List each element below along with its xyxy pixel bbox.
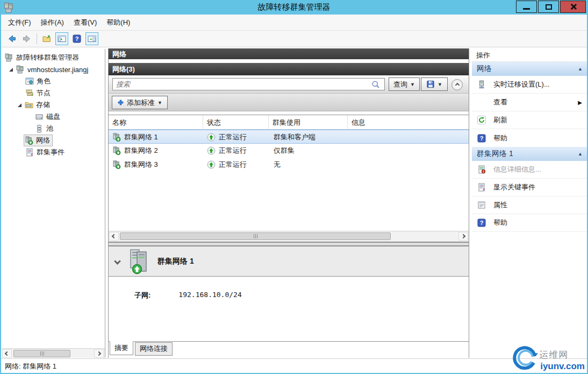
forward-arrow-icon — [23, 34, 31, 43]
menu-action[interactable]: 操作(A) — [36, 16, 69, 30]
results-pane: 网络 网络(3) 查询 ▼ ▼ 添加标准 ▼ 名称 状态 群集使用 信息 群集 — [108, 48, 469, 358]
watermark-domain: iyunv.com — [539, 361, 587, 372]
plus-icon — [117, 99, 124, 106]
tree-item-root[interactable]: 故障转移群集管理器 — [2, 52, 105, 63]
network-icon — [112, 133, 121, 142]
column-header-cluster-use[interactable]: 群集使用 — [269, 115, 348, 130]
help-icon — [477, 134, 486, 143]
live-migration-icon — [477, 80, 486, 89]
action-pane-toggle-button[interactable] — [85, 32, 98, 45]
tree-item-cluster[interactable]: vmhostcluster.jiangj — [2, 63, 105, 75]
action-help[interactable]: 帮助 — [472, 214, 587, 232]
pane-splitter[interactable] — [109, 242, 469, 246]
minimize-button[interactable] — [516, 1, 537, 13]
action-information-details[interactable]: 信息详细信息... — [472, 161, 587, 179]
menu-view[interactable]: 查看(V) — [69, 16, 102, 30]
action-help[interactable]: 帮助 — [472, 129, 587, 147]
tree-item-pools[interactable]: 池 — [2, 123, 105, 135]
menu-help[interactable]: 帮助(H) — [102, 16, 135, 30]
save-icon — [426, 80, 435, 88]
pool-icon — [35, 124, 44, 133]
table-row[interactable]: 群集网络 3 正常运行 无 — [109, 158, 469, 172]
help-icon — [73, 34, 81, 43]
collapse-section-icon[interactable]: ▲ — [578, 66, 583, 72]
collapse-section-icon[interactable]: ▲ — [578, 151, 583, 157]
status-up-icon — [207, 133, 216, 142]
scrollbar-thumb[interactable] — [13, 350, 70, 357]
list-horizontal-scrollbar[interactable] — [109, 231, 469, 242]
console-tree-icon — [58, 34, 66, 43]
chevron-up-icon — [455, 82, 459, 87]
tab-summary[interactable]: 摘要 — [110, 341, 133, 355]
expander-icon[interactable] — [9, 68, 13, 72]
maximize-icon — [546, 4, 552, 10]
close-button[interactable] — [560, 1, 586, 13]
info-details-icon — [477, 165, 486, 174]
table-row[interactable]: 群集网络 2 正常运行 仅群集 — [109, 144, 469, 158]
status-up-icon — [207, 160, 216, 169]
column-header-status[interactable]: 状态 — [203, 115, 269, 130]
action-show-critical-events[interactable]: 显示关键事件 — [472, 179, 587, 196]
collapse-search-button[interactable] — [451, 79, 463, 90]
tree-item-disks[interactable]: 磁盘 — [2, 111, 105, 123]
tree-item-nodes[interactable]: 节点 — [2, 87, 105, 99]
search-input[interactable] — [112, 78, 385, 90]
network-icon — [25, 136, 33, 145]
tree-item-storage[interactable]: 存储 — [2, 99, 105, 111]
chevron-down-icon[interactable] — [114, 258, 121, 265]
refresh-icon — [477, 116, 486, 124]
tree-item-networks[interactable]: 网络 — [2, 135, 105, 146]
help-button[interactable] — [70, 32, 83, 45]
menubar: 文件(F) 操作(A) 查看(V) 帮助(H) — [1, 15, 587, 31]
actions-section-networks[interactable]: 网络 ▲ — [472, 62, 587, 76]
export-list-button[interactable] — [40, 32, 53, 45]
network-icon — [112, 146, 121, 155]
maximize-button[interactable] — [538, 1, 559, 13]
watermark-name: 运维网 — [539, 349, 568, 361]
console-tree-toggle-button[interactable] — [55, 32, 68, 45]
titlebar: 故障转移群集管理器 — [0, 0, 588, 15]
tree-item-cluster-events[interactable]: 群集事件 — [2, 146, 105, 158]
search-icon — [371, 80, 380, 89]
back-button[interactable] — [5, 32, 18, 45]
nodes-icon — [25, 89, 34, 97]
scrollbar-thumb[interactable] — [120, 232, 391, 240]
dropdown-arrow-icon: ▼ — [438, 82, 442, 87]
submenu-arrow-icon: ▶ — [578, 100, 582, 105]
scroll-right-arrow[interactable] — [458, 232, 468, 241]
tree-item-roles[interactable]: 角色 — [2, 75, 105, 87]
action-view[interactable]: 查看 ▶ — [472, 94, 587, 111]
detail-header: 群集网络 1 — [109, 246, 469, 277]
scroll-right-arrow[interactable] — [94, 349, 104, 358]
roles-icon — [25, 77, 34, 86]
tree-horizontal-scrollbar[interactable] — [2, 348, 105, 358]
action-live-migration-settings[interactable]: 实时迁移设置(L)... — [472, 76, 587, 94]
folder-export-icon — [42, 34, 51, 43]
add-criteria-button[interactable]: 添加标准 ▼ — [112, 96, 168, 109]
networks-list: 名称 状态 群集使用 信息 群集网络 1 正常运行 群集和客户端 群集网络 2 … — [109, 115, 469, 242]
minimize-icon — [523, 8, 530, 10]
forward-button[interactable] — [20, 32, 33, 45]
detail-tabs: 摘要 网络连接 — [109, 342, 469, 355]
scroll-left-arrow[interactable] — [109, 232, 119, 241]
status-up-icon — [207, 146, 216, 155]
column-header-name[interactable]: 名称 — [109, 115, 203, 130]
cluster-icon — [16, 65, 25, 74]
actions-pane: 操作 网络 ▲ 实时迁移设置(L)... 查看 ▶ 刷新 帮助 群集网络 1 ▲… — [472, 48, 587, 358]
window-title: 故障转移群集管理器 — [0, 2, 588, 12]
scroll-left-arrow[interactable] — [2, 349, 12, 358]
action-refresh[interactable]: 刷新 — [472, 111, 587, 129]
tab-network-connections[interactable]: 网络连接 — [135, 342, 173, 356]
expander-icon[interactable] — [18, 103, 21, 107]
menu-file[interactable]: 文件(F) — [3, 16, 36, 30]
query-button[interactable]: 查询 ▼ — [389, 77, 420, 91]
subnet-value: 192.168.10.0/24 — [178, 291, 241, 341]
column-header-info[interactable]: 信息 — [348, 115, 469, 130]
table-row[interactable]: 群集网络 1 正常运行 群集和客户端 — [109, 130, 469, 144]
save-query-button[interactable]: ▼ — [421, 77, 448, 91]
actions-section-cluster-network-1[interactable]: 群集网络 1 ▲ — [472, 147, 587, 161]
action-properties[interactable]: 属性 — [472, 196, 587, 214]
critical-events-icon — [477, 183, 486, 192]
detail-title: 群集网络 1 — [157, 257, 194, 266]
events-icon — [25, 148, 34, 157]
